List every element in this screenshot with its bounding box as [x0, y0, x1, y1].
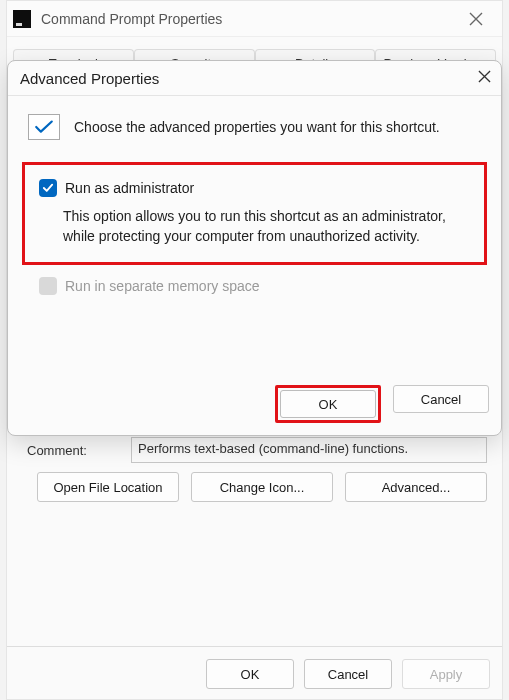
advanced-properties-dialog: Advanced Properties Choose the advanced …	[7, 60, 502, 436]
parent-titlebar: Command Prompt Properties	[7, 1, 502, 37]
modal-close-button[interactable]	[478, 70, 491, 86]
run-as-admin-row[interactable]: Run as administrator	[39, 179, 470, 197]
cmd-icon	[13, 10, 31, 28]
modal-footer-buttons: OK Cancel	[275, 385, 489, 423]
ok-button-highlight: OK	[275, 385, 381, 423]
open-file-location-button[interactable]: Open File Location	[37, 472, 179, 502]
modal-titlebar: Advanced Properties	[8, 61, 501, 95]
close-icon	[469, 12, 483, 26]
comment-label: Comment:	[27, 443, 131, 458]
modal-title: Advanced Properties	[20, 70, 478, 87]
parent-ok-button[interactable]: OK	[206, 659, 294, 689]
separate-memory-row: Run in separate memory space	[22, 277, 487, 295]
close-icon	[478, 70, 491, 83]
run-as-admin-label: Run as administrator	[65, 180, 194, 196]
modal-cancel-button[interactable]: Cancel	[393, 385, 489, 413]
modal-ok-button[interactable]: OK	[280, 390, 376, 418]
parent-apply-button: Apply	[402, 659, 490, 689]
modal-heading-text: Choose the advanced properties you want …	[74, 119, 440, 135]
run-as-admin-highlight: Run as administrator This option allows …	[22, 162, 487, 265]
run-as-admin-description: This option allows you to run this short…	[63, 207, 463, 246]
separate-memory-label: Run in separate memory space	[65, 278, 260, 294]
footer-divider	[7, 646, 502, 647]
modal-heading-row: Choose the advanced properties you want …	[22, 114, 487, 140]
change-icon-button[interactable]: Change Icon...	[191, 472, 333, 502]
checkmark-icon	[42, 183, 54, 193]
comment-field[interactable]: Performs text-based (command-line) funct…	[131, 437, 487, 463]
modal-body: Choose the advanced properties you want …	[8, 95, 501, 295]
separate-memory-checkbox	[39, 277, 57, 295]
run-as-admin-checkbox[interactable]	[39, 179, 57, 197]
checkmark-icon	[34, 120, 54, 134]
parent-close-button[interactable]	[456, 5, 496, 33]
advanced-button[interactable]: Advanced...	[345, 472, 487, 502]
parent-footer-buttons: OK Cancel Apply	[206, 659, 490, 689]
parent-window-title: Command Prompt Properties	[41, 11, 456, 27]
comment-row: Comment: Performs text-based (command-li…	[27, 437, 487, 463]
parent-cancel-button[interactable]: Cancel	[304, 659, 392, 689]
action-buttons-row: Open File Location Change Icon... Advanc…	[37, 472, 487, 502]
options-icon	[28, 114, 60, 140]
